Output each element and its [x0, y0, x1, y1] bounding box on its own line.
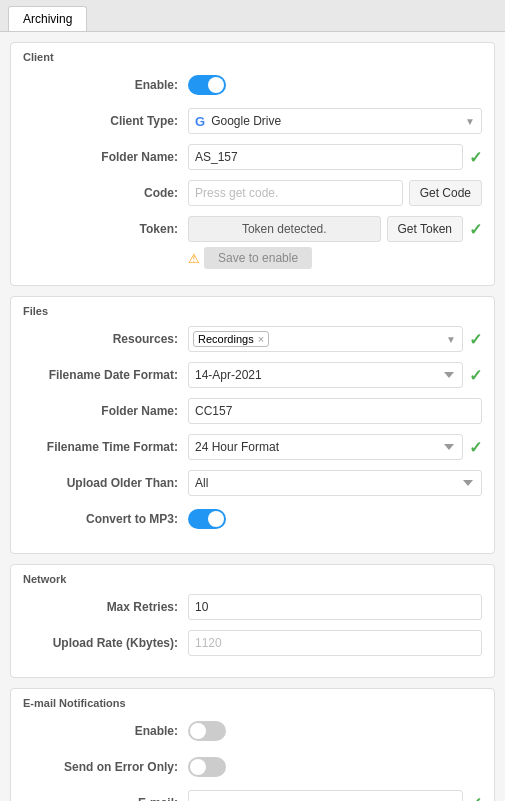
google-g-icon: G — [195, 114, 205, 129]
client-type-control: G Google Drive ▼ — [188, 108, 482, 134]
get-code-button[interactable]: Get Code — [409, 180, 482, 206]
client-folder-input[interactable] — [188, 144, 463, 170]
convert-mp3-toggle[interactable] — [188, 509, 226, 529]
client-section: Client Enable: Client Type: G Google Dri… — [10, 42, 495, 286]
client-token-check-icon: ✓ — [469, 220, 482, 239]
client-token-row: Token: Token detected. Get Token ✓ — [23, 215, 482, 243]
email-address-check-icon: ✓ — [469, 794, 482, 802]
token-detected-text: Token detected. — [242, 222, 327, 236]
files-folder-control — [188, 398, 482, 424]
email-address-row: E-mail: ✓ — [23, 789, 482, 801]
client-type-label: Client Type: — [23, 114, 188, 128]
save-to-enable-row: ⚠ Save to enable — [188, 247, 482, 269]
warning-icon: ⚠ — [188, 251, 200, 266]
files-date-format-check-icon: ✓ — [469, 366, 482, 385]
get-token-button[interactable]: Get Token — [387, 216, 463, 242]
files-upload-older-row: Upload Older Than: All — [23, 469, 482, 497]
files-resources-label: Resources: — [23, 332, 188, 346]
resources-arrow-icon: ▼ — [446, 334, 456, 345]
files-section: Files Resources: Recordings × ▼ ✓ Filena… — [10, 296, 495, 554]
client-enable-slider — [188, 75, 226, 95]
email-send-error-label: Send on Error Only: — [23, 760, 188, 774]
network-upload-rate-row: Upload Rate (Kbytes): — [23, 629, 482, 657]
files-time-format-select[interactable]: 24 Hour Format — [188, 434, 463, 460]
files-convert-mp3-row: Convert to MP3: — [23, 505, 482, 533]
save-to-enable-button[interactable]: Save to enable — [204, 247, 312, 269]
files-folder-label: Folder Name: — [23, 404, 188, 418]
network-max-retries-control — [188, 594, 482, 620]
client-enable-control — [188, 75, 482, 95]
convert-mp3-slider — [188, 509, 226, 529]
email-address-label: E-mail: — [23, 796, 188, 801]
recordings-tag-close-icon[interactable]: × — [258, 333, 264, 345]
recordings-tag: Recordings × — [193, 331, 269, 347]
tab-bar: Archiving — [0, 0, 505, 32]
files-folder-input[interactable] — [188, 398, 482, 424]
email-send-error-control — [188, 757, 482, 777]
token-detected-box: Token detected. — [188, 216, 381, 242]
client-enable-label: Enable: — [23, 78, 188, 92]
network-upload-rate-label: Upload Rate (Kbytes): — [23, 636, 188, 650]
email-enable-row: Enable: — [23, 717, 482, 745]
email-section-title: E-mail Notifications — [23, 697, 482, 709]
files-upload-older-control: All — [188, 470, 482, 496]
client-folder-label: Folder Name: — [23, 150, 188, 164]
email-address-control: ✓ — [188, 790, 482, 801]
files-date-format-row: Filename Date Format: 14-Apr-2021 ✓ — [23, 361, 482, 389]
client-type-value: Google Drive — [211, 114, 465, 128]
recordings-tag-text: Recordings — [198, 333, 254, 345]
files-convert-mp3-control — [188, 509, 482, 529]
files-time-format-label: Filename Time Format: — [23, 440, 188, 454]
network-section: Network Max Retries: Upload Rate (Kbytes… — [10, 564, 495, 678]
client-enable-row: Enable: — [23, 71, 482, 99]
files-resources-row: Resources: Recordings × ▼ ✓ — [23, 325, 482, 353]
email-section: E-mail Notifications Enable: Send on Err… — [10, 688, 495, 801]
client-folder-control: ✓ — [188, 144, 482, 170]
client-enable-toggle[interactable] — [188, 75, 226, 95]
email-enable-control — [188, 721, 482, 741]
client-code-input[interactable] — [188, 180, 403, 206]
network-upload-rate-input[interactable] — [188, 630, 482, 656]
network-max-retries-label: Max Retries: — [23, 600, 188, 614]
email-send-error-slider — [188, 757, 226, 777]
email-enable-slider — [188, 721, 226, 741]
files-time-format-control: 24 Hour Format ✓ — [188, 434, 482, 460]
files-section-title: Files — [23, 305, 482, 317]
files-resources-control: Recordings × ▼ ✓ — [188, 326, 482, 352]
network-max-retries-row: Max Retries: — [23, 593, 482, 621]
network-section-title: Network — [23, 573, 482, 585]
files-date-format-control: 14-Apr-2021 ✓ — [188, 362, 482, 388]
email-enable-toggle[interactable] — [188, 721, 226, 741]
client-section-title: Client — [23, 51, 482, 63]
main-content: Client Enable: Client Type: G Google Dri… — [0, 32, 505, 801]
files-folder-row: Folder Name: — [23, 397, 482, 425]
client-type-select[interactable]: G Google Drive ▼ — [188, 108, 482, 134]
client-code-control: Get Code — [188, 180, 482, 206]
resources-container[interactable]: Recordings × ▼ — [188, 326, 463, 352]
email-send-error-toggle[interactable] — [188, 757, 226, 777]
client-token-control: Token detected. Get Token ✓ — [188, 216, 482, 242]
archiving-tab[interactable]: Archiving — [8, 6, 87, 31]
files-date-format-label: Filename Date Format: — [23, 368, 188, 382]
files-time-format-check-icon: ✓ — [469, 438, 482, 457]
files-date-format-select[interactable]: 14-Apr-2021 — [188, 362, 463, 388]
files-upload-older-label: Upload Older Than: — [23, 476, 188, 490]
client-folder-row: Folder Name: ✓ — [23, 143, 482, 171]
client-type-row: Client Type: G Google Drive ▼ — [23, 107, 482, 135]
client-type-arrow-icon: ▼ — [465, 116, 475, 127]
files-upload-older-select[interactable]: All — [188, 470, 482, 496]
files-convert-mp3-label: Convert to MP3: — [23, 512, 188, 526]
files-time-format-row: Filename Time Format: 24 Hour Format ✓ — [23, 433, 482, 461]
client-code-label: Code: — [23, 186, 188, 200]
network-max-retries-input[interactable] — [188, 594, 482, 620]
client-code-row: Code: Get Code — [23, 179, 482, 207]
email-address-input[interactable] — [188, 790, 463, 801]
email-enable-label: Enable: — [23, 724, 188, 738]
files-resources-check-icon: ✓ — [469, 330, 482, 349]
client-token-label: Token: — [23, 222, 188, 236]
email-send-error-row: Send on Error Only: — [23, 753, 482, 781]
client-folder-check-icon: ✓ — [469, 148, 482, 167]
network-upload-rate-control — [188, 630, 482, 656]
